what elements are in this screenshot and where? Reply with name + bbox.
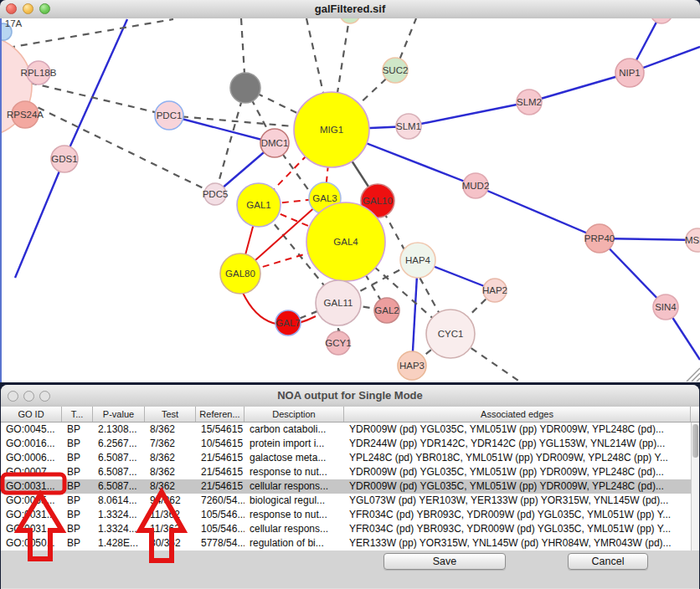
column-header[interactable]: Desciption — [244, 407, 344, 422]
cell: YFR034C (pd) YBR093C, YDR009W (pd) YGL03… — [344, 508, 691, 522]
table-row[interactable]: GO:0031...BP1.3324...11/362105/546...res… — [1, 508, 691, 522]
node-label: GAL4 — [333, 237, 358, 247]
edge — [15, 159, 64, 278]
cell: GO:0045... — [1, 423, 62, 437]
cell: 1.428E... — [93, 536, 145, 551]
node-label: SLM1 — [396, 121, 421, 131]
cell: response to nut... — [244, 465, 344, 479]
node-label: GAL10 — [363, 196, 393, 206]
node-label: PDC1 — [157, 110, 183, 120]
table-row[interactable]: GO:0050...BP1.428E...80/3625778/54...reg… — [1, 536, 691, 551]
cell: GO:0007... — [1, 465, 62, 479]
table-row[interactable]: GO:0007...BP6.5087...8/36221/54615respon… — [1, 465, 691, 479]
column-header[interactable]: P-value — [93, 407, 145, 422]
node-label: HAP3 — [399, 361, 425, 371]
column-header[interactable]: T... — [62, 407, 93, 422]
node-label: SLM2 — [517, 97, 542, 107]
node-label: PRP40 — [584, 233, 615, 243]
node-label: CYC1 — [438, 329, 464, 339]
column-header[interactable]: Associated edges — [344, 407, 691, 422]
scrollbar-thumb[interactable] — [692, 424, 698, 458]
cell: YDR009W (pd) YGL035C, YML051W (pp) YDR00… — [344, 423, 691, 437]
edge — [697, 378, 700, 382]
node-label: GAL3 — [312, 193, 337, 203]
node-label: MSL5 — [685, 235, 700, 245]
save-button[interactable]: Save — [383, 553, 506, 570]
table-row[interactable]: GO:0016...BP6.2567...7/36210/54615protei… — [1, 437, 691, 451]
column-header[interactable]: Test — [145, 407, 196, 422]
cell: 8/362 — [145, 479, 196, 494]
node-label: MIG1 — [320, 125, 343, 135]
window-title: NOA output for Single Mode — [1, 385, 699, 407]
cell: GO:0031... — [1, 479, 62, 494]
table-row[interactable]: GO:0045...BP2.1308...8/36215/54615carbon… — [1, 423, 691, 437]
node-label: GAL80 — [225, 269, 255, 279]
network-window-titlebar[interactable]: galFiltered.sif — [0, 0, 700, 19]
node-label: GAL1 — [246, 200, 270, 210]
node-label: RPL18B — [21, 68, 57, 78]
node-label: SIN4 — [655, 302, 677, 312]
cell: BP — [62, 423, 93, 437]
node-label: GAL11 — [324, 298, 353, 308]
cell: 21/54615 — [196, 479, 244, 494]
noa-output-window: NOA output for Single Mode GO IDT...P-va… — [1, 385, 699, 589]
cell: BP — [62, 451, 93, 465]
node-topp[interactable] — [651, 18, 672, 23]
edge — [64, 19, 127, 159]
cell: 80/362 — [145, 536, 196, 551]
window-title: galFiltered.sif — [0, 0, 700, 18]
vertical-scrollbar[interactable] — [691, 423, 699, 551]
cell: YGL073W (pd) YER103W, YER133W (pp) YOR31… — [344, 494, 691, 508]
table-row[interactable]: GO:0065...BP8.0614...94/3627260/54...bio… — [1, 494, 691, 508]
cell: YER133W (pp) YOR315W, YNL145W (pd) YHR08… — [344, 536, 691, 551]
node-label: DMC1 — [261, 138, 289, 148]
cell: 10/54615 — [196, 437, 244, 451]
results-table: GO:0045...BP2.1308...8/36215/54615carbon… — [1, 423, 691, 551]
node-label: GAL7 — [275, 318, 300, 328]
cell: GO:0016... — [1, 437, 62, 451]
cell: YDR244W (pp) YDR142C, YDR142C (pp) YGL15… — [344, 437, 691, 451]
edge — [529, 73, 630, 102]
node-label: HAP4 — [405, 255, 431, 265]
cell: GO:0006... — [1, 451, 62, 465]
node-gray[interactable] — [230, 73, 260, 103]
network-canvas[interactable]: 17ARPL18BRPS24AGDS1PDC1DMC1MIG1SLM1SLM2N… — [0, 18, 700, 382]
cell: GO:0065... — [1, 494, 62, 508]
cell: 1.3324... — [93, 522, 145, 536]
cell: 8.0614... — [93, 494, 145, 508]
cell: YDR009W (pd) YGL035C, YML051W (pp) YDR00… — [344, 465, 691, 479]
table-row[interactable]: GO:0031...BP6.5087...8/36221/54615cellul… — [1, 479, 691, 494]
node-label: GCY1 — [325, 338, 351, 348]
column-header[interactable]: Referen... — [196, 407, 244, 422]
cell: carbon cataboli... — [244, 423, 344, 437]
table-row[interactable]: GO:0006...BP6.5087...8/36221/54615galact… — [1, 451, 691, 465]
edge — [8, 19, 173, 48]
cancel-button[interactable]: Cancel — [568, 553, 648, 570]
node-label: HAP2 — [482, 285, 507, 295]
cell: 8/362 — [145, 451, 196, 465]
node-label: RPS24A — [7, 110, 44, 120]
cell: regulation of bi... — [244, 536, 344, 551]
node-topg[interactable] — [340, 18, 360, 23]
node-label: GAL2 — [374, 305, 399, 315]
cell: 6.2567... — [93, 437, 145, 451]
edge — [215, 88, 245, 194]
cell: 1.3324... — [93, 508, 145, 522]
noa-window-titlebar[interactable]: NOA output for Single Mode — [1, 385, 699, 407]
table-row[interactable]: GO:0031...BP1.3324...11/362105/546...cel… — [1, 522, 691, 536]
cell: BP — [62, 522, 93, 536]
cell: 21/54615 — [196, 451, 244, 465]
node-label: NIP1 — [619, 68, 641, 78]
cell: 105/546... — [196, 508, 244, 522]
cell: BP — [62, 437, 93, 451]
edge — [30, 83, 169, 115]
cell: 15/54615 — [196, 423, 244, 437]
cell: BP — [62, 508, 93, 522]
cell: 2.1308... — [93, 423, 145, 437]
cell: GO:0031... — [1, 508, 62, 522]
column-header[interactable]: GO ID — [1, 407, 62, 422]
cell: 7/362 — [145, 437, 196, 451]
cell: 8/362 — [145, 465, 196, 479]
network-graph: 17ARPL18BRPS24AGDS1PDC1DMC1MIG1SLM1SLM2N… — [2, 18, 700, 382]
cell: 94/362 — [145, 494, 196, 508]
